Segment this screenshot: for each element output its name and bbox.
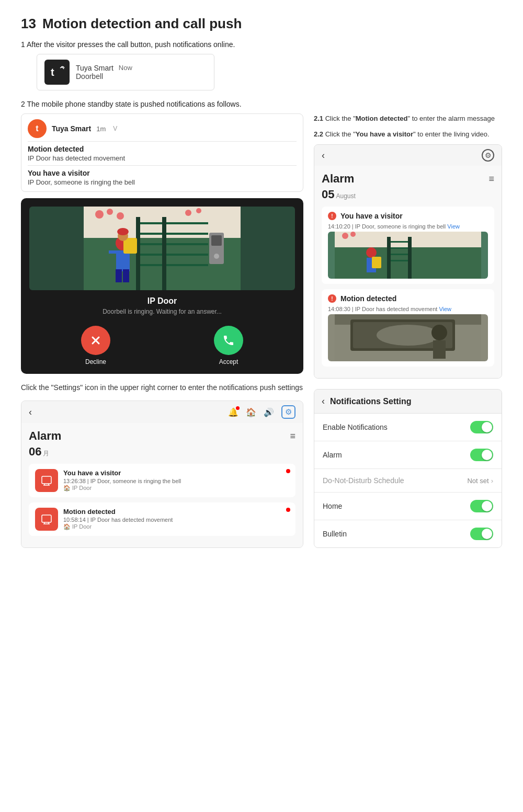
right-item2-meta: 14:08:30 | IP Door has detected movement… (328, 306, 488, 312)
svg-rect-46 (391, 260, 408, 261)
alarm-title-row: Alarm ≡ (29, 429, 295, 443)
svg-rect-42 (408, 237, 412, 279)
right-column: 2.1 Click the "Motion detected" to enter… (314, 113, 502, 548)
svg-rect-45 (391, 254, 408, 255)
dnd-label: Do-Not-Disturb Schedule (323, 476, 404, 485)
tuya-circle-icon: t (28, 119, 47, 138)
notif-setting-header: ‹ Notifications Setting (314, 390, 502, 414)
bell-icon[interactable]: 🔔 (228, 407, 238, 417)
svg-rect-20 (109, 250, 116, 254)
home-row[interactable]: Home (314, 493, 502, 520)
svg-rect-3 (162, 217, 166, 290)
alarm-item1-body: You have a visitor 13:26:38 | IP Door, s… (63, 469, 289, 491)
right-item2-view-link[interactable]: View (439, 306, 451, 312)
alarm-app-right: ‹ ⚙ Alarm ≡ 05August ! You have a visito… (314, 144, 502, 379)
alarm-dot-visitor: ! (328, 212, 336, 220)
alarm-content-left: Alarm ≡ 06月 You have a visitor 13:26:38 … (21, 423, 303, 547)
svg-rect-5 (140, 222, 162, 224)
doorbell-camera-view (29, 207, 295, 290)
tuya-logo-icon: t (44, 60, 70, 85)
alarm-item2-location: 🏠 IP Door (63, 523, 289, 530)
gear-settings-icon[interactable]: ⚙ (482, 149, 494, 162)
alarm-app-left: ‹ 🔔 🏠 🔊 ⚙ Alarm ≡ 06月 (21, 401, 303, 548)
accept-button-wrap[interactable]: Accept (214, 326, 243, 365)
alarm-item1-title: You have a visitor (63, 469, 289, 477)
left-column: t Tuya Smart 1m V Motion detected IP Doo… (21, 113, 303, 548)
bulletin-label: Bulletin (323, 530, 347, 538)
svg-rect-4 (136, 217, 140, 290)
alarm-item2-dot (286, 508, 290, 512)
right-alarm-date: 05August (322, 188, 494, 201)
notif-header: t Tuya Smart 1m V (28, 119, 297, 138)
dnd-row[interactable]: Do-Not-Disturb Schedule Not set › (314, 469, 502, 493)
right-item1-title: You have a visitor (340, 212, 403, 220)
svg-rect-11 (166, 233, 208, 235)
right-item1-view-link[interactable]: View (447, 223, 460, 230)
enable-notifications-toggle[interactable] (470, 421, 493, 433)
svg-rect-18 (123, 269, 129, 282)
accept-label: Accept (219, 358, 238, 365)
hamburger-icon[interactable]: ≡ (290, 431, 295, 442)
alarm-item1-location: 🏠 IP Door (63, 485, 289, 491)
home-toggle[interactable] (470, 500, 493, 512)
notif-brand: Tuya Smart (52, 124, 91, 133)
decline-button-wrap[interactable]: Decline (81, 326, 110, 365)
dnd-value: Not set (467, 477, 488, 485)
push-brand: Tuya Smart (76, 64, 113, 72)
notif-back-arrow-icon[interactable]: ‹ (322, 396, 325, 407)
svg-point-22 (117, 228, 129, 235)
accept-button[interactable] (214, 326, 243, 355)
doorbell-title: IP Door (29, 296, 295, 306)
back-arrow-icon[interactable]: ‹ (29, 407, 32, 418)
svg-rect-49 (372, 257, 381, 268)
enable-notifications-row[interactable]: Enable Notifications (314, 414, 502, 441)
alarm-item1-dot (286, 469, 290, 473)
home-icon[interactable]: 🏠 (246, 407, 256, 417)
alarm-label: Alarm (323, 451, 342, 459)
alarm-item2-body: Motion detected 10:58:14 | IP Door has d… (63, 508, 289, 530)
alarm-row[interactable]: Alarm (314, 441, 502, 469)
svg-text:t: t (51, 66, 54, 78)
section-number: 13 (21, 16, 36, 32)
section-title: Motion detection and call push (42, 16, 242, 32)
alarm-item-visitor[interactable]: You have a visitor 13:26:38 | IP Door, s… (29, 464, 295, 497)
svg-rect-9 (140, 264, 162, 266)
dnd-chevron-icon: › (491, 477, 493, 485)
home-label: Home (323, 502, 342, 510)
svg-point-30 (196, 208, 201, 213)
right-alarm-title: Alarm (322, 172, 354, 186)
alarm-motion-icon (35, 508, 58, 531)
svg-rect-43 (391, 241, 408, 243)
svg-rect-8 (140, 254, 162, 256)
right-item1-meta: 14:10:20 | IP Door, someone is ringing t… (328, 223, 488, 230)
right-alarm-item-visitor[interactable]: ! You have a visitor 14:10:20 | IP Door,… (322, 207, 494, 284)
motion-subtitle: IP Door has detected movement (28, 154, 297, 162)
svg-rect-41 (387, 237, 391, 279)
visitor-title: You have a visitor (28, 169, 297, 177)
right-item1-thumbnail (328, 232, 488, 279)
right-alarm-item2-header: ! Motion detected (328, 294, 488, 303)
decline-label: Decline (85, 358, 106, 365)
bulletin-row[interactable]: Bulletin (314, 520, 502, 547)
bell-badge (236, 406, 240, 410)
right-back-arrow-icon[interactable]: ‹ (322, 150, 325, 161)
alarm-topbar-right: ‹ ⚙ (314, 145, 502, 166)
speaker-icon[interactable]: 🔊 (264, 407, 274, 417)
page-title: 13 Motion detection and call push (21, 16, 502, 32)
notif-divider2 (28, 165, 297, 166)
alarm-item-motion[interactable]: Motion detected 10:58:14 | IP Door has d… (29, 502, 295, 536)
right-alarm-item-motion[interactable]: ! Motion detected 14:08:30 | IP Door has… (322, 289, 494, 367)
right-alarm-content: Alarm ≡ 05August ! You have a visitor 14… (314, 166, 502, 378)
decline-button[interactable] (81, 326, 110, 355)
alarm-toggle[interactable] (470, 449, 493, 461)
right-hamburger-icon[interactable]: ≡ (488, 174, 494, 185)
svg-point-26 (95, 210, 104, 219)
bulletin-toggle[interactable] (470, 528, 493, 540)
right-item2-title: Motion detected (340, 294, 396, 303)
push-label: Doorbell (76, 72, 132, 81)
svg-point-25 (214, 254, 219, 259)
notif-setting-title: Notifications Setting (330, 397, 412, 406)
settings-gear-icon[interactable]: ⚙ (281, 405, 295, 419)
svg-point-57 (431, 325, 447, 340)
doorbell-waiting-text: Doorbell is ringing. Waiting for an answ… (29, 308, 295, 315)
